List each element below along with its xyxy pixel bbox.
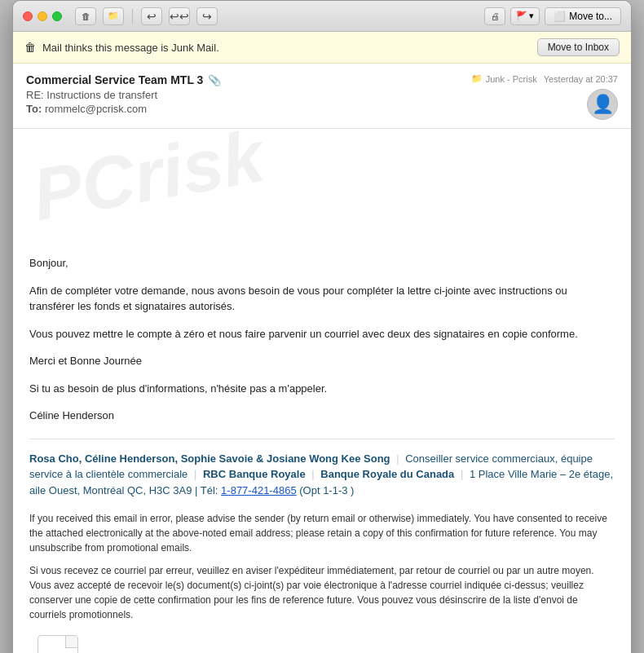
email-header-meta: 📁 Junk - Pcrisk Yesterday at 20:37 👤 <box>447 73 618 120</box>
close-button[interactable] <box>23 11 33 21</box>
move-to-label: Move to... <box>569 11 612 22</box>
titlebar-right: 🖨 🚩 ▾ ⬜ Move to... <box>484 7 621 25</box>
move-to-icon: ⬜ <box>554 11 566 22</box>
minimize-button[interactable] <box>37 11 47 21</box>
print-button[interactable]: 🖨 <box>484 7 505 25</box>
email-meta-top: 📁 Junk - Pcrisk Yesterday at 20:37 <box>471 73 618 84</box>
disclaimer-en: If you received this email in error, ple… <box>29 511 615 555</box>
sig-names: Rosa Cho, Céline Henderson, Sophie Savoi… <box>29 452 390 465</box>
email-header: Commercial Service Team MTL 3 📎 RE: Inst… <box>13 64 631 129</box>
to-address: rommelc@pcrisk.com <box>45 103 147 115</box>
attachment-file[interactable]: Instructions.xls m <box>29 635 86 653</box>
sig-tel-opt: (Opt 1-1-3 ) <box>299 484 354 496</box>
file-icon <box>37 635 78 653</box>
sig-pipe1: | <box>396 452 402 465</box>
junk-banner-text: 🗑 Mail thinks this message is Junk Mail. <box>24 41 219 54</box>
sig-tel-label: | Tél: <box>195 484 221 496</box>
disclaimer-en-text: If you received this email in error, ple… <box>29 511 615 555</box>
sig-tel-link[interactable]: 1-877-421-4865 <box>221 484 297 496</box>
email-subject: RE: Instructions de transfert <box>26 89 447 101</box>
avatar: 👤 <box>587 89 618 120</box>
junk-banner: 🗑 Mail thinks this message is Junk Mail.… <box>13 32 631 64</box>
paperclip-icon: 📎 <box>208 74 221 86</box>
archive-button[interactable]: 📁 <box>103 7 124 25</box>
sig-line1: Rosa Cho, Céline Henderson, Sophie Savoi… <box>29 451 615 499</box>
to-label: To: <box>26 103 42 115</box>
watermark: PCrisk <box>24 129 620 250</box>
email-greeting: Bonjour, <box>29 255 615 271</box>
email-from: Commercial Service Team MTL 3 📎 <box>26 73 447 86</box>
email-window: 🗑 📁 ↩ ↩↩ ↪ 🖨 🚩 ▾ ⬜ Move to... 🗑 Mail thi… <box>12 0 632 653</box>
trash-button[interactable]: 🗑 <box>75 7 96 25</box>
separator <box>132 9 133 24</box>
email-body: PCrisk Bonjour, Afin de compléter votre … <box>13 129 631 653</box>
email-signature: Rosa Cho, Céline Henderson, Sophie Savoi… <box>29 439 615 499</box>
email-to: To: rommelc@pcrisk.com <box>26 103 447 115</box>
email-para1: Afin de compléter votre demande, nous av… <box>29 283 615 315</box>
junk-banner-message: Mail thinks this message is Junk Mail. <box>42 42 219 54</box>
email-para2: Vous pouvez mettre le compte à zéro et n… <box>29 326 615 342</box>
avatar-silhouette: 👤 <box>592 95 614 113</box>
disclaimer-fr: Si vous recevez ce courriel par erreur, … <box>29 563 615 622</box>
junk-tag: 📁 Junk - Pcrisk <box>471 73 537 84</box>
move-to-button[interactable]: ⬜ Move to... <box>545 7 621 25</box>
forward-button[interactable]: ↪ <box>196 7 218 25</box>
email-sender-name: Céline Henderson <box>29 408 615 424</box>
reply-all-button[interactable]: ↩↩ <box>169 7 190 25</box>
maximize-button[interactable] <box>52 11 62 21</box>
email-header-left: Commercial Service Team MTL 3 📎 RE: Inst… <box>26 73 447 115</box>
sender-name: Commercial Service Team MTL 3 <box>26 73 203 86</box>
attachment-area: Instructions.xls m <box>29 635 615 653</box>
email-sign-off: Merci et Bonne Journée <box>29 353 615 369</box>
sig-pipe3: | <box>311 468 317 480</box>
disclaimer-fr-text: Si vous recevez ce courriel par erreur, … <box>29 563 615 622</box>
sig-pipe2: | <box>194 468 200 480</box>
junk-icon: 🗑 <box>24 41 36 54</box>
email-timestamp: Yesterday at 20:37 <box>544 74 618 84</box>
reply-button[interactable]: ↩ <box>141 7 162 25</box>
sig-bank2: Banque Royale du Canada <box>320 468 454 480</box>
flag-icon: 🚩 <box>516 11 527 21</box>
sig-bank1: RBC Banque Royale <box>203 468 306 480</box>
flag-button[interactable]: 🚩 ▾ <box>510 7 540 25</box>
titlebar: 🗑 📁 ↩ ↩↩ ↪ 🖨 🚩 ▾ ⬜ Move to... <box>13 1 631 32</box>
email-closing-line: Si tu as besoin de plus d'informations, … <box>29 381 615 397</box>
sig-pipe4: | <box>461 468 466 480</box>
traffic-lights <box>23 11 62 21</box>
folder-name: Junk - Pcrisk <box>486 74 537 84</box>
flag-chevron: ▾ <box>529 11 534 21</box>
move-to-inbox-button[interactable]: Move to Inbox <box>537 38 620 56</box>
folder-icon: 📁 <box>471 73 483 84</box>
